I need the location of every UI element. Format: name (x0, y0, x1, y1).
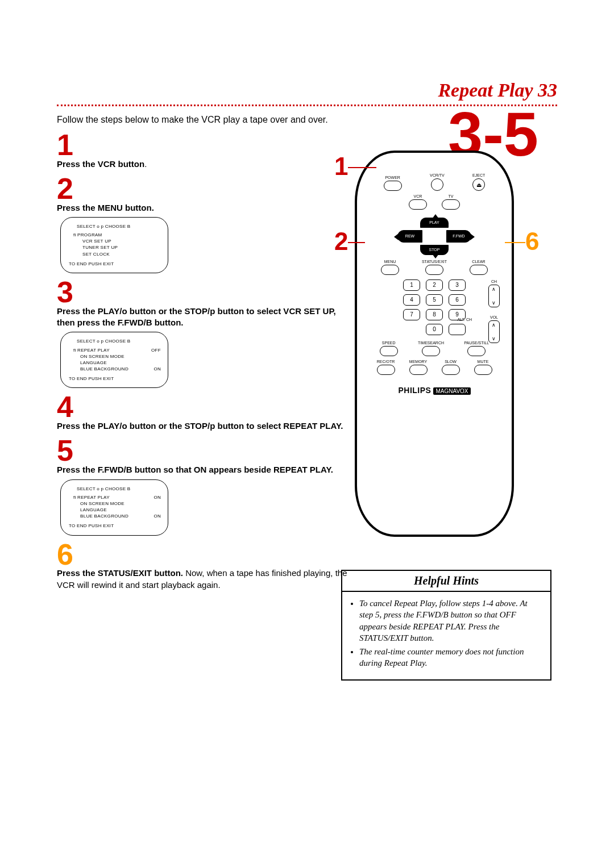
osd2-row: ON SCREEN MODE (68, 353, 161, 360)
digit-8-button[interactable]: 8 (426, 309, 443, 320)
slow-button[interactable] (442, 365, 460, 375)
lbl-memory: MEMORY (409, 360, 427, 364)
hints-title: Helpful Hints (342, 571, 550, 592)
menu-button[interactable] (381, 265, 399, 275)
step-5-text: Press the F.FWD/B button so that ON appe… (57, 464, 352, 475)
lbl-recotr: REC/OTR (377, 360, 395, 364)
altch-button[interactable] (449, 324, 466, 335)
memory-button[interactable] (409, 365, 428, 375)
rew-button[interactable]: REW (397, 230, 422, 243)
lbl-eject: EJECT (472, 173, 485, 177)
osd3-row: fi REPEAT PLAYON (68, 494, 161, 500)
lbl-tv: TV (449, 194, 454, 198)
callout-2: 2 (334, 227, 348, 256)
osd2-cell: ON (154, 366, 161, 372)
tv-button[interactable] (442, 199, 460, 210)
play-button[interactable]: PLAY (420, 218, 449, 228)
lbl-speed: SPEED (382, 341, 396, 345)
osd3-row: BLUE BACKGROUNDON (68, 513, 161, 519)
digit-4-button[interactable]: 4 (403, 294, 420, 306)
osd2-cell: fi REPEAT PLAY (68, 347, 110, 353)
step-4-number: 4 (57, 394, 358, 420)
step-1-text: Press the VCR button. (57, 158, 352, 170)
remote-illustration: POWER VCR/TV EJECT⏏ VCR TV PLAY STOP REW… (355, 151, 514, 537)
osd3-cell: ON (154, 494, 161, 500)
step-3-text: Press the PLAY/o button or the STOP/p bu… (57, 306, 352, 329)
osd3-cell: ON (154, 513, 161, 519)
callout-6: 6 (525, 227, 539, 256)
digit-3-button[interactable]: 3 (449, 279, 466, 291)
eject-button[interactable]: ⏏ (472, 178, 485, 191)
lbl-slow: SLOW (445, 360, 457, 364)
number-pad: 1 2 3 4 5 6 7 8 9 0 (370, 279, 499, 335)
clear-button[interactable] (470, 265, 488, 275)
osd3-cell: LANGUAGE (68, 507, 107, 513)
hint-item: To cancel Repeat Play, follow steps 1-4 … (359, 598, 542, 644)
osd1-item: fi PROGRAM (73, 232, 161, 238)
digit-6-button[interactable]: 6 (449, 294, 466, 306)
helpful-hints-box: Helpful Hints To cancel Repeat Play, fol… (341, 570, 551, 681)
digit-2-button[interactable]: 2 (426, 279, 443, 291)
vol-rocker[interactable] (488, 320, 500, 343)
lbl-vcrtv: VCR/TV (430, 173, 445, 177)
digit-7-button[interactable]: 7 (403, 309, 420, 320)
osd2-row: LANGUAGE (68, 360, 161, 366)
step-1-number: 1 (57, 132, 358, 158)
lbl-power: POWER (385, 176, 400, 180)
osd1-item: SET CLOCK (73, 251, 161, 257)
ch-rocker[interactable] (488, 285, 500, 307)
osd3-header: SELECT o p CHOOSE B (68, 486, 161, 492)
osd2-cell: BLUE BACKGROUND (68, 366, 128, 372)
osd3-cell: fi REPEAT PLAY (68, 494, 110, 500)
digit-5-button[interactable]: 5 (426, 294, 443, 306)
brand-philips: PHILIPS (398, 386, 431, 395)
callout-1: 1 (334, 152, 348, 181)
step-1-bold: Press the VCR button (57, 159, 144, 169)
osd1-header: SELECT o p CHOOSE B (68, 223, 161, 229)
dpad: PLAY STOP REW F.FWD (397, 216, 471, 256)
step-5-number: 5 (57, 437, 358, 464)
speed-button[interactable] (380, 346, 398, 356)
brand-magnavox: MAGNAVOX (433, 387, 470, 395)
osd-screen-2: SELECT o p CHOOSE B fi REPEAT PLAYOFF ON… (60, 332, 168, 388)
callout-line (348, 242, 365, 243)
osd-screen-1: SELECT o p CHOOSE B fi PROGRAM VCR SET U… (60, 217, 168, 273)
osd1-footer: TO END PUSH EXIT (68, 261, 161, 267)
step-2-number: 2 (57, 176, 358, 202)
stop-button[interactable]: STOP (420, 245, 449, 255)
step-6-bold: Press the STATUS/EXIT button. (57, 568, 185, 578)
osd3-footer: TO END PUSH EXIT (68, 523, 161, 529)
vcrtv-button[interactable] (431, 178, 443, 191)
osd1-item: VCR SET UP (73, 238, 161, 244)
step-3-number: 3 (57, 279, 358, 306)
status-exit-button[interactable] (425, 265, 443, 275)
recotr-button[interactable] (377, 365, 395, 375)
osd2-footer: TO END PUSH EXIT (68, 375, 161, 382)
digit-0-button[interactable]: 0 (426, 324, 443, 335)
step-1-tail: . (144, 159, 147, 169)
callout-line (505, 242, 525, 243)
osd2-cell: ON SCREEN MODE (68, 353, 125, 360)
lbl-pause: PAUSE/STILL (464, 341, 489, 345)
timesearch-button[interactable] (422, 346, 440, 356)
lbl-mute: MUTE (478, 360, 489, 364)
lbl-status: STATUS/EXIT (422, 260, 447, 264)
osd2-header: SELECT o p CHOOSE B (68, 338, 161, 344)
power-button[interactable] (384, 181, 402, 191)
osd2-row: fi REPEAT PLAYOFF (68, 347, 161, 353)
lbl-vcr: VCR (414, 194, 422, 198)
callout-line (348, 167, 376, 168)
mute-button[interactable] (474, 365, 492, 375)
ffwd-button[interactable]: F.FWD (446, 230, 471, 243)
osd2-cell: LANGUAGE (68, 360, 107, 366)
osd3-row: ON SCREEN MODE (68, 500, 161, 507)
digit-1-button[interactable]: 1 (403, 279, 420, 291)
lbl-ch: CH (491, 279, 497, 283)
pause-button[interactable] (467, 346, 486, 356)
step-4-text: Press the PLAY/o button or the STOP/p bu… (57, 420, 352, 432)
osd-screen-3: SELECT o p CHOOSE B fi REPEAT PLAYON ON … (60, 479, 168, 536)
vcr-button[interactable] (409, 199, 427, 210)
osd2-row: BLUE BACKGROUNDON (68, 366, 161, 372)
osd1-item: TUNER SET UP (73, 244, 161, 251)
step-6-number: 6 (57, 541, 358, 568)
